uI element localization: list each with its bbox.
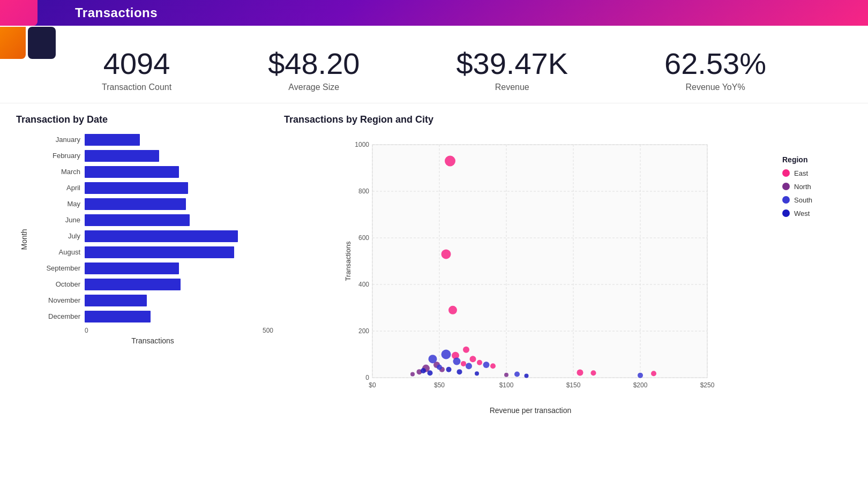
bar-track-6 — [85, 230, 273, 242]
bar-track-2 — [85, 166, 273, 178]
bar-chart: January February March April May June Ju… — [32, 134, 273, 322]
legend-label-east: East — [794, 169, 808, 177]
bar-fill-4 — [85, 198, 186, 210]
legend-label-west: West — [794, 209, 810, 218]
legend-item-north: North — [782, 183, 852, 191]
bar-row: September — [32, 262, 273, 274]
scatter-svg: 02004006008001000$0$50$100$150$200$250Tr… — [284, 134, 777, 402]
bar-label-6: July — [32, 232, 80, 240]
bar-fill-6 — [85, 230, 238, 242]
scatter-plot-area: 02004006008001000$0$50$100$150$200$250Tr… — [284, 134, 777, 415]
bar-fill-1 — [85, 150, 159, 162]
kpi-value-revenue: $39.47K — [456, 47, 568, 80]
bar-row: January — [32, 134, 273, 146]
logo-area — [0, 0, 56, 59]
bar-label-2: March — [32, 168, 80, 176]
kpi-revenue-yoy: 62.53% Revenue YoY% — [664, 47, 766, 92]
svg-point-27 — [442, 249, 451, 259]
legend-dot-south — [782, 196, 790, 204]
bar-fill-9 — [85, 279, 181, 290]
legend-area: Region East North South West — [782, 134, 852, 415]
svg-point-37 — [651, 371, 656, 376]
legend-label-north: North — [794, 183, 811, 191]
kpi-label-average-size: Average Size — [268, 82, 360, 92]
bar-chart-container: Transaction by Date Month January Februa… — [16, 114, 273, 415]
scatter-x-axis-title: Revenue per transaction — [284, 406, 777, 415]
kpi-label-revenue-yoy: Revenue YoY% — [664, 82, 766, 92]
bar-label-9: October — [32, 280, 80, 288]
bar-label-1: February — [32, 152, 80, 160]
svg-point-43 — [410, 372, 415, 376]
bar-row: July — [32, 230, 273, 242]
svg-point-26 — [445, 155, 455, 166]
svg-point-33 — [477, 359, 482, 365]
bar-row: October — [32, 279, 273, 290]
legend-items: East North South West — [782, 169, 852, 218]
bar-x-tick-0: 0 — [85, 327, 88, 334]
legend-dot-north — [782, 183, 790, 190]
svg-text:0: 0 — [365, 374, 369, 381]
bar-label-0: January — [32, 136, 80, 144]
bar-fill-8 — [85, 262, 179, 274]
svg-text:1000: 1000 — [355, 141, 369, 148]
svg-text:$50: $50 — [434, 381, 445, 389]
svg-point-54 — [446, 366, 452, 372]
charts-section: Transaction by Date Month January Februa… — [0, 114, 868, 415]
bar-y-axis-container: Month — [16, 134, 32, 345]
bar-row: February — [32, 150, 273, 162]
svg-point-42 — [504, 372, 508, 377]
legend-title: Region — [782, 155, 852, 164]
logo-pink — [0, 0, 38, 26]
svg-point-30 — [463, 346, 469, 352]
svg-text:$150: $150 — [566, 381, 581, 389]
bar-row: November — [32, 295, 273, 306]
logo-orange — [0, 27, 26, 59]
bar-fill-7 — [85, 246, 234, 258]
legend-item-east: East — [782, 169, 852, 177]
svg-point-44 — [429, 355, 437, 363]
legend-label-south: South — [794, 196, 812, 204]
kpi-label-transaction-count: Transaction Count — [102, 82, 171, 92]
svg-text:200: 200 — [358, 327, 369, 335]
bar-track-9 — [85, 279, 273, 290]
svg-point-34 — [490, 363, 496, 369]
svg-point-31 — [470, 356, 476, 362]
bar-track-1 — [85, 150, 273, 162]
bar-track-0 — [85, 134, 273, 146]
bar-label-8: September — [32, 264, 80, 272]
bar-fill-10 — [85, 295, 147, 306]
bar-fill-5 — [85, 214, 190, 226]
kpi-average-size: $48.20 Average Size — [268, 47, 360, 92]
bar-fill-11 — [85, 311, 151, 322]
bar-track-10 — [85, 295, 273, 306]
svg-point-36 — [591, 370, 596, 376]
page-title: Transactions — [75, 5, 158, 20]
svg-text:800: 800 — [358, 188, 369, 195]
svg-text:Transactions: Transactions — [344, 241, 352, 281]
bar-label-4: May — [32, 200, 80, 208]
svg-point-48 — [437, 364, 442, 370]
bar-fill-3 — [85, 182, 188, 194]
kpi-label-revenue: Revenue — [456, 82, 568, 92]
bar-track-3 — [85, 182, 273, 194]
bar-label-3: April — [32, 184, 80, 192]
svg-rect-0 — [372, 145, 707, 378]
svg-text:$250: $250 — [700, 381, 715, 389]
scatter-chart-container: Transactions by Region and City 02004006… — [284, 114, 852, 415]
svg-text:400: 400 — [358, 281, 369, 288]
bar-label-11: December — [32, 312, 80, 320]
bar-track-5 — [85, 214, 273, 226]
legend-item-south: South — [782, 196, 852, 204]
bar-row: August — [32, 246, 273, 258]
svg-point-56 — [475, 371, 479, 376]
bar-label-7: August — [32, 248, 80, 256]
bar-row: December — [32, 311, 273, 322]
bar-fill-2 — [85, 166, 179, 178]
bar-track-11 — [85, 311, 273, 322]
svg-point-45 — [442, 349, 451, 359]
bar-y-axis-label: Month — [20, 229, 28, 250]
bar-fill-0 — [85, 134, 140, 146]
bar-row: May — [32, 198, 273, 210]
svg-point-47 — [466, 363, 472, 369]
bar-x-axis: 0 500 — [85, 327, 273, 334]
